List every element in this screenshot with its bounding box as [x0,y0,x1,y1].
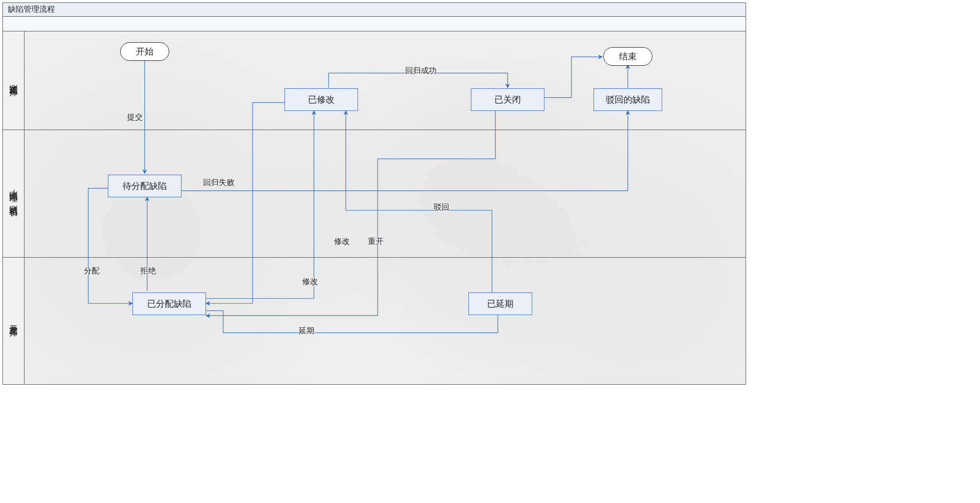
lane-header-test-engineer: 测试工程师 [3,31,25,130]
edge-label-regfail: 回归失败 [201,178,236,188]
node-closed: 已关闭 [471,88,544,111]
edge-label-modify1: 修改 [300,277,320,287]
node-label: 已关闭 [494,94,521,106]
node-rejected: 驳回的缺陷 [593,88,662,111]
lane-header-dev-engineer: 开发工程师 [3,257,25,385]
node-delayed: 已延期 [468,292,532,315]
lane-label: 测试工程师 [8,78,19,83]
edge-label-submit: 提交 [125,112,145,123]
node-modified: 已修改 [284,88,358,111]
node-start: 开始 [120,42,169,61]
edge-label-modify2: 修改 [332,237,352,247]
diagram-subheader [3,17,746,31]
edge-label-reopen: 重开 [366,237,386,247]
swimlane-diagram: 缺陷管理流程 测试工程师 测试经理/测试组长 开发工程师 [2,2,746,385]
lane-header-test-manager: 测试经理/测试组长 [3,130,25,257]
diagram-canvas: 开始 结束 待分配缺陷 已分配缺陷 已修改 已关闭 驳回的缺陷 已延期 [25,31,746,384]
lane-label: 开发工程师 [8,318,19,323]
node-label: 已分配缺陷 [147,298,191,310]
node-label: 已延期 [487,298,514,310]
node-label: 开始 [136,46,154,57]
edge-label-refuse: 拒绝 [138,266,158,276]
node-label: 已修改 [308,94,335,106]
diagram-title: 缺陷管理流程 [3,3,746,17]
edges-layer [25,31,746,384]
node-label: 结束 [619,51,637,62]
node-assigned: 已分配缺陷 [132,292,206,315]
node-end: 结束 [603,47,652,66]
edge-label-delay: 延期 [297,326,316,336]
node-pending: 待分配缺陷 [108,175,181,197]
lane-label: 测试经理/测试组长 [8,185,19,203]
edge-label-regok: 回归成功 [403,66,438,76]
node-label: 待分配缺陷 [123,180,167,192]
edge-label-assign: 分配 [82,266,102,276]
edge-label-reject: 驳回 [432,202,451,212]
lanes-area: 测试工程师 测试经理/测试组长 开发工程师 [3,31,746,384]
node-label: 驳回的缺陷 [606,94,650,106]
